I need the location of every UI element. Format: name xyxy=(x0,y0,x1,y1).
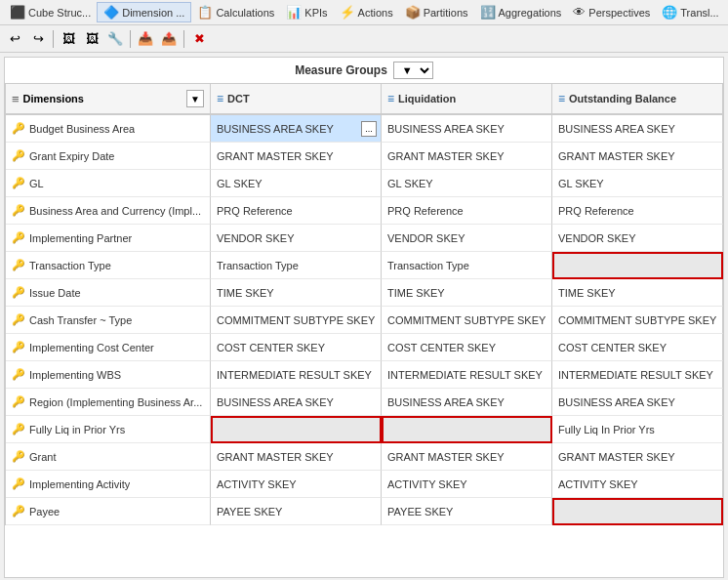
measure-input-id-liq[interactable] xyxy=(385,286,547,300)
measure-groups-dropdown[interactable]: ▼ xyxy=(393,62,433,79)
measure-cell-icc-outstanding[interactable] xyxy=(552,334,723,361)
measure-input-ged-dct[interactable] xyxy=(215,149,377,163)
measure-cell-payee-outstanding[interactable] xyxy=(552,498,723,525)
measure-cell-reg-outstanding[interactable] xyxy=(552,389,723,416)
measure-input-icc-dct[interactable] xyxy=(215,341,377,354)
measure-input-ip-liq[interactable] xyxy=(385,231,547,245)
measure-cell-payee-liq[interactable] xyxy=(382,498,552,525)
measure-cell-id-dct[interactable] xyxy=(211,279,382,307)
measure-input-bac-outstanding[interactable] xyxy=(556,204,718,218)
measure-input-bba-outstanding[interactable] xyxy=(556,122,718,136)
toolbar-btn2[interactable]: 🖼 xyxy=(81,28,102,50)
measure-cell-icc-dct[interactable] xyxy=(211,334,382,361)
measure-cell-payee-dct[interactable] xyxy=(211,498,382,525)
measure-input-bba-dct[interactable] xyxy=(215,122,361,136)
toolbar-export[interactable]: 📤 xyxy=(158,28,180,50)
measure-cell-gl-outstanding[interactable] xyxy=(552,170,723,197)
measure-cell-iwbs-dct[interactable] xyxy=(211,361,382,389)
nav-actions[interactable]: ⚡ Actions xyxy=(334,3,399,21)
measure-cell-ged-dct[interactable] xyxy=(211,143,382,170)
nav-kpis[interactable]: 📊 KPIs xyxy=(280,3,333,21)
toolbar-delete[interactable]: ✖ xyxy=(188,28,210,50)
measure-input-payee-dct[interactable] xyxy=(215,505,377,518)
measure-cell-ctt-outstanding[interactable] xyxy=(552,307,723,334)
measure-cell-ia-dct[interactable] xyxy=(211,471,382,498)
toolbar-btn3[interactable]: 🔧 xyxy=(104,28,126,50)
measure-input-icc-liq[interactable] xyxy=(385,341,547,354)
measure-input-iwbs-outstanding[interactable] xyxy=(556,368,718,382)
measure-input-fl-dct[interactable] xyxy=(217,423,376,436)
measure-cell-iwbs-liq[interactable] xyxy=(382,361,552,389)
dimensions-dropdown-btn[interactable]: ▼ xyxy=(186,90,204,107)
measure-input-grant-dct[interactable] xyxy=(215,450,377,464)
measure-cell-bac-dct[interactable] xyxy=(211,197,382,225)
measure-cell-tt-outstanding[interactable] xyxy=(552,252,723,279)
cell-expand-btn-bba-dct[interactable]: ... xyxy=(361,121,377,137)
measure-input-iwbs-dct[interactable] xyxy=(215,368,377,382)
measure-cell-bac-liq[interactable] xyxy=(382,197,552,225)
nav-perspectives[interactable]: 👁 Perspectives xyxy=(567,3,656,21)
measure-cell-reg-dct[interactable] xyxy=(211,389,382,416)
measure-input-payee-outstanding[interactable] xyxy=(558,505,717,518)
measure-input-fl-outstanding[interactable] xyxy=(556,423,718,436)
measure-cell-id-liq[interactable] xyxy=(382,279,552,307)
measure-input-gl-outstanding[interactable] xyxy=(556,177,718,190)
nav-cube-structure[interactable]: ⬛ Cube Struc... xyxy=(4,3,97,21)
measure-input-ia-liq[interactable] xyxy=(385,477,547,491)
measure-cell-ip-dct[interactable] xyxy=(211,225,382,252)
measure-input-bac-liq[interactable] xyxy=(385,204,547,218)
measure-cell-iwbs-outstanding[interactable] xyxy=(552,361,723,389)
measure-cell-gl-dct[interactable] xyxy=(211,170,382,197)
measure-cell-tt-liq[interactable] xyxy=(382,252,552,279)
measure-input-grant-outstanding[interactable] xyxy=(556,450,718,464)
measure-cell-icc-liq[interactable] xyxy=(382,334,552,361)
measure-input-payee-liq[interactable] xyxy=(385,505,547,518)
nav-calculations[interactable]: 📋 Calculations xyxy=(191,3,280,21)
measure-cell-grant-dct[interactable] xyxy=(211,443,382,471)
measure-input-tt-liq[interactable] xyxy=(385,259,547,272)
measure-cell-bba-outstanding[interactable] xyxy=(552,115,723,143)
measure-cell-ctt-dct[interactable] xyxy=(211,307,382,334)
measure-cell-reg-liq[interactable] xyxy=(382,389,552,416)
measure-input-ip-outstanding[interactable] xyxy=(556,231,718,245)
measure-input-ctt-dct[interactable] xyxy=(215,313,377,327)
measure-input-tt-dct[interactable] xyxy=(215,259,377,272)
toolbar-btn1[interactable]: 🖼 xyxy=(58,28,79,50)
measure-input-ged-outstanding[interactable] xyxy=(556,149,718,163)
measure-cell-bac-outstanding[interactable] xyxy=(552,197,723,225)
nav-translations[interactable]: 🌐 Transl... xyxy=(656,3,724,21)
measure-cell-ip-liq[interactable] xyxy=(382,225,552,252)
measure-input-grant-liq[interactable] xyxy=(385,450,547,464)
measure-input-tt-outstanding[interactable] xyxy=(558,259,717,272)
nav-partitions[interactable]: 📦 Partitions xyxy=(399,3,474,21)
toolbar-undo[interactable]: ↩ xyxy=(4,28,25,50)
measure-input-gl-dct[interactable] xyxy=(215,177,377,190)
nav-aggregations[interactable]: 🔢 Aggregations xyxy=(474,3,568,21)
measure-input-id-dct[interactable] xyxy=(215,286,377,300)
measure-input-bba-liq[interactable] xyxy=(385,122,547,136)
measure-input-fl-liq[interactable] xyxy=(387,423,546,436)
measure-cell-grant-liq[interactable] xyxy=(382,443,552,471)
measure-cell-tt-dct[interactable] xyxy=(211,252,382,279)
measure-input-ia-outstanding[interactable] xyxy=(556,477,718,491)
toolbar-import[interactable]: 📥 xyxy=(135,28,156,50)
measure-cell-gl-liq[interactable] xyxy=(382,170,552,197)
measure-input-id-outstanding[interactable] xyxy=(556,286,718,300)
measure-cell-ip-outstanding[interactable] xyxy=(552,225,723,252)
measure-cell-bba-liq[interactable] xyxy=(382,115,552,143)
nav-dimension[interactable]: 🔷 Dimension ... xyxy=(97,2,191,22)
measure-input-ia-dct[interactable] xyxy=(215,477,377,491)
measure-input-ctt-outstanding[interactable] xyxy=(556,313,718,327)
measure-input-ctt-liq[interactable] xyxy=(385,313,547,327)
measure-input-icc-outstanding[interactable] xyxy=(556,341,718,354)
measure-input-bac-dct[interactable] xyxy=(215,204,377,218)
measure-input-ged-liq[interactable] xyxy=(385,149,547,163)
measure-input-gl-liq[interactable] xyxy=(385,177,547,190)
measure-cell-ctt-liq[interactable] xyxy=(382,307,552,334)
measure-input-reg-liq[interactable] xyxy=(385,395,547,409)
measure-input-iwbs-liq[interactable] xyxy=(385,368,547,382)
measure-cell-fl-dct[interactable] xyxy=(211,416,382,443)
measure-input-reg-outstanding[interactable] xyxy=(556,395,718,409)
measure-cell-ia-outstanding[interactable] xyxy=(552,471,723,498)
measure-cell-ged-outstanding[interactable] xyxy=(552,143,723,170)
